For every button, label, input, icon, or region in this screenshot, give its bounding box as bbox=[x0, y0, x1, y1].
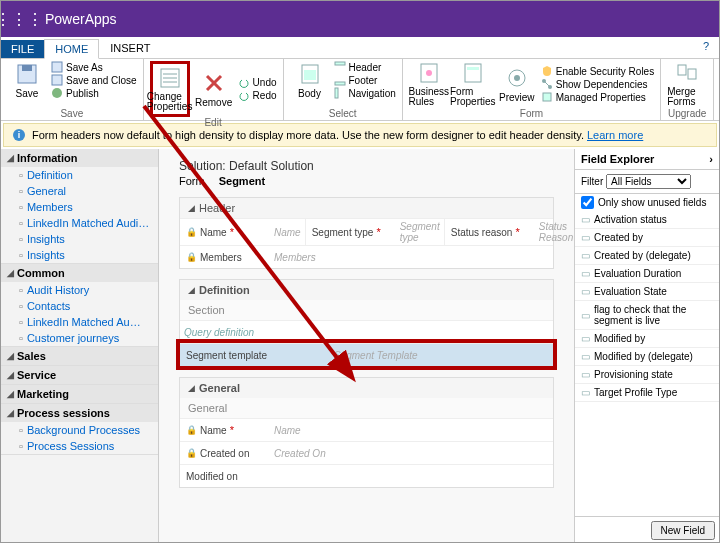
filter-select[interactable]: All Fields bbox=[606, 174, 691, 189]
security-roles-button[interactable]: Enable Security Roles bbox=[541, 65, 654, 77]
save-as-button[interactable]: Save As bbox=[51, 61, 137, 73]
merge-forms-button[interactable]: Merge Forms bbox=[667, 61, 707, 107]
name-field[interactable]: Name bbox=[270, 225, 305, 240]
remove-button[interactable]: Remove bbox=[194, 71, 234, 108]
svg-rect-3 bbox=[52, 75, 62, 85]
sidebar-item[interactable]: ▫Background Processes bbox=[1, 422, 158, 438]
publish-button[interactable]: Publish bbox=[51, 87, 137, 99]
body-icon bbox=[298, 62, 322, 86]
field-item[interactable]: ▭Activation status bbox=[575, 211, 719, 229]
collapse-icon: ◢ bbox=[7, 370, 14, 380]
change-properties-button[interactable]: Change Properties bbox=[150, 61, 190, 117]
name-field-2[interactable]: Name bbox=[270, 423, 553, 438]
footer-button[interactable]: Footer bbox=[334, 74, 396, 86]
only-unused-checkbox[interactable] bbox=[581, 196, 594, 209]
segment-type-field[interactable]: Segment type bbox=[396, 219, 444, 245]
item-icon: ▫ bbox=[19, 249, 23, 261]
tab-insert[interactable]: INSERT bbox=[99, 38, 161, 58]
sidebar-section-sales[interactable]: ◢Sales bbox=[1, 347, 158, 365]
sidebar-section-marketing[interactable]: ◢Marketing bbox=[1, 385, 158, 403]
collapse-icon: ◢ bbox=[7, 389, 14, 399]
sidebar-item[interactable]: ▫LinkedIn Matched Audi… bbox=[1, 215, 158, 231]
preview-icon bbox=[505, 66, 529, 90]
navigation-button[interactable]: Navigation bbox=[334, 87, 396, 99]
lock-icon: 🔒 bbox=[186, 227, 197, 237]
query-definition-field[interactable]: Query definition bbox=[180, 325, 553, 340]
field-item[interactable]: ▭Evaluation Duration bbox=[575, 265, 719, 283]
item-icon: ▫ bbox=[19, 217, 23, 229]
sidebar-item[interactable]: ▫Process Sessions bbox=[1, 438, 158, 454]
sidebar-section-process[interactable]: ◢Process sessions bbox=[1, 404, 158, 422]
app-launcher[interactable]: ⋮⋮⋮ bbox=[1, 1, 37, 37]
sidebar-section-information[interactable]: ◢Information bbox=[1, 149, 158, 167]
dependencies-icon bbox=[541, 78, 553, 90]
form-canvas[interactable]: Solution: Default Solution FormSegment ◢… bbox=[159, 149, 574, 543]
sidebar-item[interactable]: ▫Members bbox=[1, 199, 158, 215]
tab-home[interactable]: HOME bbox=[44, 39, 99, 59]
save-button[interactable]: Save bbox=[7, 62, 47, 99]
business-rules-button[interactable]: Business Rules bbox=[409, 61, 449, 107]
members-field[interactable]: Members bbox=[270, 250, 553, 265]
preview-button[interactable]: Preview bbox=[497, 66, 537, 103]
field-item[interactable]: ▭Created by (delegate) bbox=[575, 247, 719, 265]
body-button[interactable]: Body bbox=[290, 62, 330, 99]
sidebar-item[interactable]: ▫Contacts bbox=[1, 298, 158, 314]
sidebar-section-service[interactable]: ◢Service bbox=[1, 366, 158, 384]
field-item[interactable]: ▭Modified by (delegate) bbox=[575, 348, 719, 366]
field-icon: ▭ bbox=[581, 268, 590, 279]
required-icon: * bbox=[230, 226, 234, 238]
segment-template-field[interactable]: Segment Template bbox=[330, 348, 553, 363]
item-icon: ▫ bbox=[19, 233, 23, 245]
definition-section[interactable]: ◢Definition Section Query definition Seg… bbox=[179, 279, 554, 367]
managed-properties-button[interactable]: Managed Properties bbox=[541, 91, 654, 103]
sidebar-item[interactable]: ▫Definition bbox=[1, 167, 158, 183]
svg-rect-13 bbox=[335, 62, 345, 65]
sidebar-item[interactable]: ▫LinkedIn Matched Au… bbox=[1, 314, 158, 330]
new-field-button[interactable]: New Field bbox=[651, 521, 715, 540]
svg-rect-1 bbox=[22, 65, 32, 71]
sidebar-item[interactable]: ▫Insights bbox=[1, 231, 158, 247]
chevron-right-icon[interactable]: › bbox=[709, 153, 713, 165]
field-item[interactable]: ▭Modified by bbox=[575, 330, 719, 348]
field-item[interactable]: ▭Target Profile Type bbox=[575, 384, 719, 402]
properties-icon bbox=[158, 66, 182, 90]
field-item[interactable]: ▭Created by bbox=[575, 229, 719, 247]
header-section[interactable]: ◢Header 🔒Name*Name Segment type*Segment … bbox=[179, 197, 554, 269]
sidebar-item[interactable]: ▫Insights bbox=[1, 247, 158, 263]
svg-point-4 bbox=[52, 88, 62, 98]
learn-more-link[interactable]: Learn more bbox=[587, 129, 643, 141]
sidebar-item[interactable]: ▫Audit History bbox=[1, 282, 158, 298]
field-icon: ▭ bbox=[581, 333, 590, 344]
field-item[interactable]: ▭Evaluation State bbox=[575, 283, 719, 301]
lock-icon: 🔒 bbox=[186, 252, 197, 262]
help-icon[interactable]: ? bbox=[703, 40, 709, 52]
field-item[interactable]: ▭Provisioning state bbox=[575, 366, 719, 384]
sidebar-item[interactable]: ▫General bbox=[1, 183, 158, 199]
save-icon bbox=[15, 62, 39, 86]
form-properties-button[interactable]: Form Properties bbox=[453, 61, 493, 107]
tab-file[interactable]: FILE bbox=[1, 40, 44, 58]
created-on-field[interactable]: Created On bbox=[270, 446, 553, 461]
remove-icon bbox=[202, 71, 226, 95]
collapse-icon: ◢ bbox=[7, 268, 14, 278]
undo-button[interactable]: Undo bbox=[238, 77, 277, 89]
field-item[interactable]: ▭flag to check that the segment is live bbox=[575, 301, 719, 330]
save-icon bbox=[51, 74, 63, 86]
field-icon: ▭ bbox=[581, 369, 590, 380]
item-icon: ▫ bbox=[19, 300, 23, 312]
field-icon: ▭ bbox=[581, 250, 590, 261]
dependencies-button[interactable]: Show Dependencies bbox=[541, 78, 654, 90]
collapse-icon: ◢ bbox=[188, 203, 195, 213]
redo-button[interactable]: Redo bbox=[238, 90, 277, 102]
modified-on-field[interactable] bbox=[270, 474, 553, 478]
header-button[interactable]: Header bbox=[334, 61, 396, 73]
general-section[interactable]: ◢General General 🔒Name*Name 🔒Created onC… bbox=[179, 377, 554, 488]
item-icon: ▫ bbox=[19, 332, 23, 344]
navigation-sidebar[interactable]: ◢Information ▫Definition▫General▫Members… bbox=[1, 149, 159, 543]
sidebar-section-common[interactable]: ◢Common bbox=[1, 264, 158, 282]
sidebar-item[interactable]: ▫Customer journeys bbox=[1, 330, 158, 346]
segment-template-row[interactable]: Segment templateSegment Template bbox=[180, 343, 553, 366]
status-reason-field[interactable]: Status Reason bbox=[535, 219, 574, 245]
save-close-button[interactable]: Save and Close bbox=[51, 74, 137, 86]
svg-rect-14 bbox=[335, 82, 345, 85]
